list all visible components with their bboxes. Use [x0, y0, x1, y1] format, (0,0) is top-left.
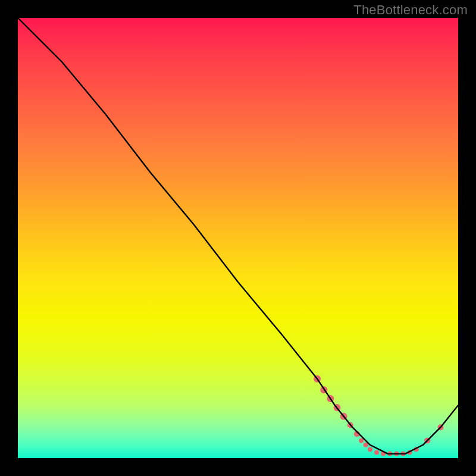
chart-frame: TheBottleneck.com [0, 0, 476, 476]
flat-marker [368, 447, 372, 452]
flat-marker [359, 438, 364, 443]
chart-overlay [18, 18, 458, 458]
flat-marker [364, 443, 368, 447]
flat-marker [374, 450, 379, 455]
watermark-text: TheBottleneck.com [353, 2, 468, 18]
curve-line [18, 18, 458, 454]
